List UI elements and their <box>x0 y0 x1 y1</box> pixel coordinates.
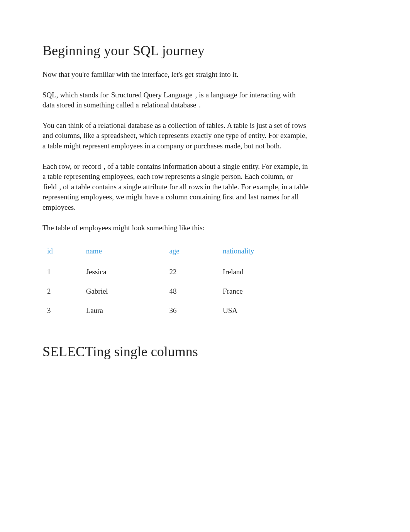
cell-id: 1 <box>42 262 81 282</box>
table-header-row: id name age nationality <box>42 243 290 262</box>
text-fragment: SQL, which stands for <box>42 91 110 99</box>
cell-age: 48 <box>164 282 218 301</box>
text-fragment: , of a table contains a single attribute… <box>42 183 308 211</box>
tables-explanation-paragraph: You can think of a relational database a… <box>42 121 309 151</box>
table-row: 1 Jessica 22 Ireland <box>42 262 290 282</box>
table-row: 2 Gabriel 48 France <box>42 282 290 301</box>
cell-name: Laura <box>81 301 165 320</box>
employees-table: id name age nationality 1 Jessica 22 Ire… <box>42 243 290 320</box>
table-row: 3 Laura 36 USA <box>42 301 290 320</box>
sql-definition-paragraph: SQL, which stands for Structured Query L… <box>42 90 309 110</box>
cell-nationality: France <box>218 282 290 301</box>
text-fragment: Each row, or <box>42 162 81 170</box>
intro-paragraph: Now that you're familiar with the interf… <box>42 70 309 80</box>
text-fragment: . <box>199 101 201 109</box>
column-header-nationality: nationality <box>218 243 290 262</box>
column-header-age: age <box>164 243 218 262</box>
term-structured-query-language: Structured Query Language <box>110 91 193 99</box>
cell-nationality: USA <box>218 301 290 320</box>
cell-id: 3 <box>42 301 81 320</box>
column-header-id: id <box>42 243 81 262</box>
heading-beginning: Beginning your SQL journey <box>42 42 368 59</box>
term-field: field <box>42 183 58 191</box>
column-header-name: name <box>81 243 165 262</box>
term-record: record <box>81 162 102 170</box>
cell-nationality: Ireland <box>218 262 290 282</box>
cell-age: 22 <box>164 262 218 282</box>
cell-name: Gabriel <box>81 282 165 301</box>
cell-id: 2 <box>42 282 81 301</box>
table-intro-paragraph: The table of employees might look someth… <box>42 223 309 233</box>
cell-name: Jessica <box>81 262 165 282</box>
record-field-paragraph: Each row, or record , of a table contain… <box>42 161 309 213</box>
cell-age: 36 <box>164 301 218 320</box>
heading-selecting: SELECTing single columns <box>42 343 368 360</box>
term-relational-database: relational database <box>141 101 197 109</box>
